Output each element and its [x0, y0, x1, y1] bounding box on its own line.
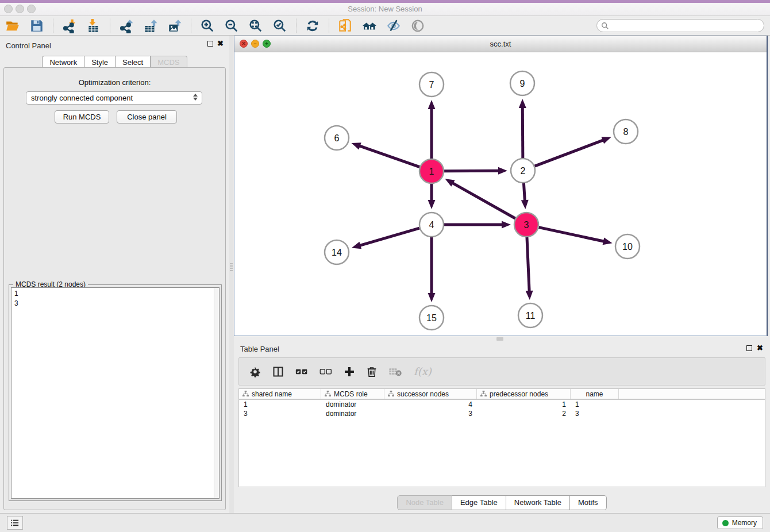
import-network-icon[interactable] [61, 18, 78, 34]
close-panel-button[interactable]: Close panel [117, 110, 177, 124]
column-header-name[interactable]: name [571, 389, 619, 399]
close-panel-icon[interactable]: ✖ [217, 41, 224, 47]
column-header-predecessor-nodes[interactable]: predecessor nodes [477, 389, 571, 399]
zoom-selected-icon[interactable] [272, 18, 288, 34]
save-icon[interactable] [29, 18, 45, 34]
table-cell[interactable]: 2 [477, 409, 571, 418]
zoom-fit-icon[interactable] [248, 18, 264, 34]
network-frame-title: scc.txt [234, 40, 767, 48]
graph-node-10[interactable]: 10 [615, 234, 640, 259]
graph-node-8[interactable]: 8 [614, 119, 638, 144]
graph-node-14[interactable]: 14 [325, 240, 349, 264]
table-cell[interactable]: dominator [321, 409, 384, 418]
control-panel-title: Control Panel [6, 41, 51, 50]
network-frame-titlebar[interactable]: ✕ − + scc.txt [234, 36, 767, 52]
graph-edge-arrowhead [351, 142, 361, 149]
table-cell[interactable]: 1 [477, 400, 571, 409]
graph-edge-1-6[interactable] [358, 145, 419, 167]
tab-network-table[interactable]: Network Table [506, 495, 570, 510]
export-table-icon[interactable] [143, 18, 159, 34]
task-history-button[interactable] [7, 516, 23, 530]
toolbar-separator [110, 18, 110, 33]
table-cell[interactable]: 3 [571, 409, 619, 418]
graph-node-2[interactable]: 2 [511, 159, 535, 183]
table-cell[interactable]: dominator [321, 400, 384, 409]
eye-slash-icon[interactable] [386, 18, 402, 34]
delete-table-icon[interactable] [388, 367, 402, 377]
tab-edge-table[interactable]: Edge Table [452, 495, 506, 510]
mcds-result-text[interactable]: 1 3 [11, 287, 220, 499]
function-icon[interactable]: f(x) [414, 365, 432, 377]
checked-boxes-icon[interactable] [295, 368, 308, 376]
panel-divider[interactable] [229, 36, 234, 513]
table-cell[interactable]: 1 [239, 400, 321, 409]
table-row[interactable]: 3dominator323 [239, 409, 765, 418]
search-input[interactable] [612, 22, 764, 30]
columns-icon[interactable] [272, 366, 284, 377]
clone-network-icon[interactable] [337, 18, 353, 34]
zoom-out-icon[interactable] [224, 18, 240, 34]
horizontal-divider[interactable] [234, 336, 770, 342]
graph-edge-1-2[interactable] [444, 171, 500, 171]
table-cell[interactable]: 1 [571, 400, 619, 409]
optimization-dropdown[interactable]: strongly connected component [26, 91, 202, 105]
close-table-panel-icon[interactable]: ✖ [757, 345, 763, 351]
column-header-MCDS-role[interactable]: MCDS role [321, 389, 384, 399]
column-header-successor-nodes[interactable]: successor nodes [384, 389, 477, 399]
mcds-tab-content: Optimization criterion: strongly connect… [3, 67, 226, 510]
open-folder-icon[interactable] [5, 18, 21, 34]
tab-motifs[interactable]: Motifs [570, 495, 607, 510]
svg-text:10: 10 [622, 242, 633, 252]
graph-node-1[interactable]: 1 [419, 159, 444, 183]
float-panel-icon[interactable] [207, 41, 213, 47]
import-table-icon[interactable] [86, 18, 102, 34]
svg-text:1: 1 [429, 167, 434, 176]
divider-grip[interactable] [230, 263, 233, 272]
zoom-in-icon[interactable] [199, 18, 215, 34]
gear-icon[interactable] [249, 366, 261, 377]
horizontal-divider-grip[interactable] [496, 337, 503, 341]
search-box[interactable] [596, 19, 764, 32]
graph-edge-arrowhead [603, 238, 613, 245]
graph-edge-4-14[interactable] [358, 228, 419, 246]
table-cell[interactable]: 3 [384, 409, 477, 418]
graph-node-6[interactable]: 6 [325, 126, 349, 150]
graph-node-3[interactable]: 3 [514, 213, 538, 237]
float-table-panel-icon[interactable] [746, 345, 752, 351]
search-icon [601, 22, 609, 30]
table-row[interactable]: 1dominator411 [239, 400, 765, 409]
result-scrollbar[interactable] [214, 288, 219, 498]
houses-icon[interactable] [361, 18, 378, 34]
graph-node-4[interactable]: 4 [419, 213, 444, 237]
graph-edge-2-9[interactable] [522, 106, 523, 158]
graph-edge-2-8[interactable] [535, 140, 605, 166]
window-titlebar: Session: New Session [0, 0, 770, 16]
unchecked-boxes-icon[interactable] [319, 368, 332, 376]
tab-node-table[interactable]: Node Table [397, 495, 452, 510]
graph-node-15[interactable]: 15 [419, 306, 444, 330]
graph-node-11[interactable]: 11 [518, 303, 542, 327]
list-icon [10, 519, 20, 527]
column-header-shared-name[interactable]: shared name [239, 389, 321, 399]
table-header-row: shared nameMCDS rolesuccessor nodesprede… [239, 389, 765, 400]
refresh-icon[interactable] [305, 18, 321, 34]
export-image-icon[interactable] [167, 18, 183, 34]
network-canvas[interactable]: 7968124314101511 [234, 52, 767, 336]
trash-icon[interactable] [367, 366, 377, 377]
table-cell[interactable]: 3 [239, 409, 321, 418]
titlebar-accent-strip [0, 0, 770, 3]
eye-icon[interactable] [410, 18, 426, 34]
graph-node-9[interactable]: 9 [510, 71, 534, 95]
plus-icon[interactable] [344, 366, 355, 377]
graph-edge-3-1[interactable] [451, 182, 515, 218]
hierarchy-icon [388, 391, 394, 397]
graph-edge-2-3[interactable] [523, 183, 525, 202]
graph-node-7[interactable]: 7 [419, 72, 444, 97]
memory-button[interactable]: Memory [717, 516, 763, 529]
table-cell[interactable]: 4 [384, 400, 477, 409]
graph-edge-3-10[interactable] [539, 228, 606, 242]
export-network-icon[interactable] [118, 18, 134, 34]
graph-edge-3-11[interactable] [527, 237, 529, 293]
svg-text:7: 7 [429, 80, 434, 90]
run-mcds-button[interactable]: Run MCDS [55, 110, 109, 124]
